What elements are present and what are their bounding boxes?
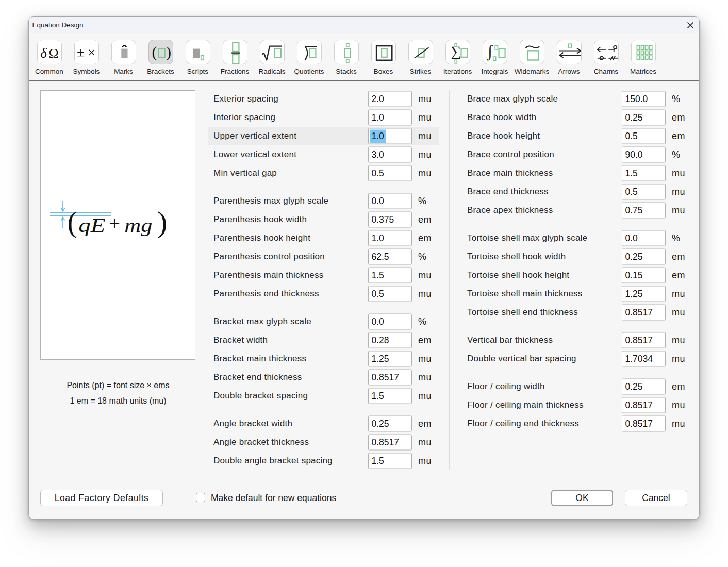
svg-text:×: × bbox=[88, 45, 95, 60]
svg-text:∫: ∫ bbox=[487, 42, 493, 61]
svg-text:(: ( bbox=[68, 205, 77, 239]
svg-text:∑: ∑ bbox=[451, 43, 461, 59]
svg-text:): ) bbox=[157, 205, 167, 239]
svg-text:±: ± bbox=[77, 45, 85, 60]
svg-text:δ: δ bbox=[40, 45, 47, 61]
svg-text:+: + bbox=[109, 212, 120, 234]
svg-text:qE: qE bbox=[78, 214, 105, 236]
svg-text:Ω: Ω bbox=[48, 46, 58, 61]
svg-text:mg: mg bbox=[124, 214, 152, 236]
svg-text:): ) bbox=[166, 43, 171, 61]
svg-text:(: ( bbox=[152, 43, 157, 61]
